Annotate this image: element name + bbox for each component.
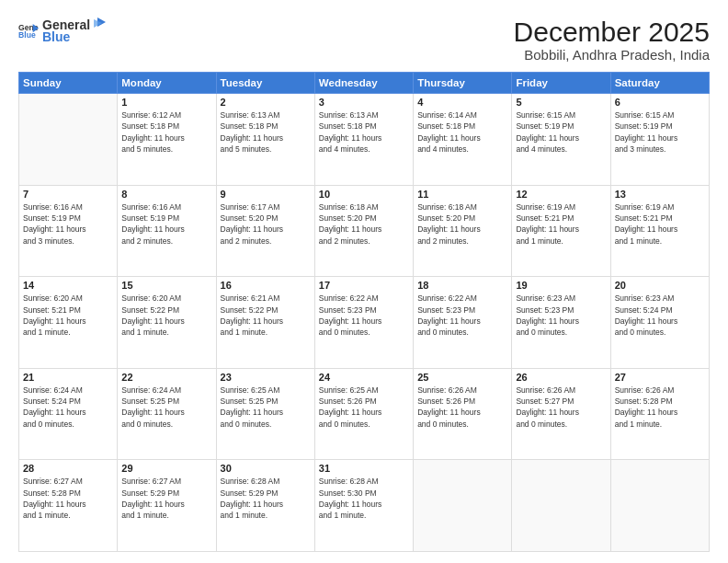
col-friday: Friday <box>512 73 610 94</box>
table-row: 2Sunrise: 6:13 AM Sunset: 5:18 PM Daylig… <box>216 94 314 186</box>
day-number: 22 <box>121 372 211 383</box>
day-number: 20 <box>615 280 705 291</box>
table-row: 20Sunrise: 6:23 AM Sunset: 5:24 PM Dayli… <box>610 277 709 369</box>
location-title: Bobbili, Andhra Pradesh, India <box>514 47 710 63</box>
month-title: December 2025 <box>514 17 710 47</box>
day-number: 3 <box>319 97 409 108</box>
day-number: 10 <box>319 189 409 200</box>
day-info: Sunrise: 6:26 AM Sunset: 5:27 PM Dayligh… <box>516 385 606 430</box>
day-info: Sunrise: 6:19 AM Sunset: 5:21 PM Dayligh… <box>516 201 606 247</box>
table-row: 8Sunrise: 6:16 AM Sunset: 5:19 PM Daylig… <box>118 185 216 277</box>
day-number: 16 <box>221 280 311 291</box>
day-info: Sunrise: 6:18 AM Sunset: 5:20 PM Dayligh… <box>319 201 409 247</box>
day-number: 19 <box>516 280 606 291</box>
day-number: 30 <box>221 463 311 474</box>
table-row: 16Sunrise: 6:21 AM Sunset: 5:22 PM Dayli… <box>216 277 314 369</box>
day-number: 27 <box>615 372 705 383</box>
col-tuesday: Tuesday <box>216 73 314 94</box>
day-info: Sunrise: 6:14 AM Sunset: 5:18 PM Dayligh… <box>417 109 507 155</box>
week-row-3: 14Sunrise: 6:20 AM Sunset: 5:21 PM Dayli… <box>19 277 710 369</box>
day-number: 13 <box>615 189 705 200</box>
calendar-table: Sunday Monday Tuesday Wednesday Thursday… <box>18 72 710 552</box>
day-number: 31 <box>319 463 409 474</box>
day-info: Sunrise: 6:20 AM Sunset: 5:21 PM Dayligh… <box>23 293 113 338</box>
logo-icon: General Blue <box>18 22 39 39</box>
day-number: 29 <box>121 463 211 474</box>
table-row: 30Sunrise: 6:28 AM Sunset: 5:29 PM Dayli… <box>216 460 314 552</box>
table-row <box>512 460 610 552</box>
table-row: 18Sunrise: 6:22 AM Sunset: 5:23 PM Dayli… <box>414 277 512 369</box>
day-number: 1 <box>121 97 211 108</box>
day-info: Sunrise: 6:17 AM Sunset: 5:20 PM Dayligh… <box>221 201 311 247</box>
day-info: Sunrise: 6:22 AM Sunset: 5:23 PM Dayligh… <box>319 293 409 338</box>
day-number: 23 <box>221 372 311 383</box>
table-row: 13Sunrise: 6:19 AM Sunset: 5:21 PM Dayli… <box>610 185 709 277</box>
day-info: Sunrise: 6:27 AM Sunset: 5:29 PM Dayligh… <box>121 476 211 521</box>
table-row: 12Sunrise: 6:19 AM Sunset: 5:21 PM Dayli… <box>512 185 610 277</box>
day-info: Sunrise: 6:18 AM Sunset: 5:20 PM Dayligh… <box>417 201 507 247</box>
day-info: Sunrise: 6:15 AM Sunset: 5:19 PM Dayligh… <box>516 109 606 155</box>
day-number: 4 <box>417 97 507 108</box>
table-row <box>414 460 512 552</box>
day-info: Sunrise: 6:16 AM Sunset: 5:19 PM Dayligh… <box>121 201 211 247</box>
day-info: Sunrise: 6:25 AM Sunset: 5:25 PM Dayligh… <box>221 385 311 430</box>
table-row: 3Sunrise: 6:13 AM Sunset: 5:18 PM Daylig… <box>314 94 413 186</box>
table-row: 27Sunrise: 6:26 AM Sunset: 5:28 PM Dayli… <box>610 368 709 460</box>
day-info: Sunrise: 6:12 AM Sunset: 5:18 PM Dayligh… <box>121 109 211 155</box>
day-info: Sunrise: 6:19 AM Sunset: 5:21 PM Dayligh… <box>615 201 705 247</box>
day-info: Sunrise: 6:15 AM Sunset: 5:19 PM Dayligh… <box>615 109 705 155</box>
col-sunday: Sunday <box>19 73 118 94</box>
day-info: Sunrise: 6:24 AM Sunset: 5:25 PM Dayligh… <box>121 385 211 430</box>
table-row: 5Sunrise: 6:15 AM Sunset: 5:19 PM Daylig… <box>512 94 610 186</box>
week-row-5: 28Sunrise: 6:27 AM Sunset: 5:28 PM Dayli… <box>19 460 710 552</box>
day-number: 28 <box>23 463 113 474</box>
day-number: 14 <box>23 280 113 291</box>
day-number: 12 <box>516 189 606 200</box>
day-info: Sunrise: 6:25 AM Sunset: 5:26 PM Dayligh… <box>319 385 409 430</box>
table-row: 1Sunrise: 6:12 AM Sunset: 5:18 PM Daylig… <box>118 94 216 186</box>
day-number: 15 <box>121 280 211 291</box>
day-info: Sunrise: 6:23 AM Sunset: 5:24 PM Dayligh… <box>615 293 705 338</box>
col-saturday: Saturday <box>610 73 709 94</box>
table-row <box>19 94 118 186</box>
table-row: 15Sunrise: 6:20 AM Sunset: 5:22 PM Dayli… <box>118 277 216 369</box>
week-row-4: 21Sunrise: 6:24 AM Sunset: 5:24 PM Dayli… <box>19 368 710 460</box>
table-row: 7Sunrise: 6:16 AM Sunset: 5:19 PM Daylig… <box>19 185 118 277</box>
day-number: 24 <box>319 372 409 383</box>
table-row: 6Sunrise: 6:15 AM Sunset: 5:19 PM Daylig… <box>610 94 709 186</box>
day-number: 11 <box>417 189 507 200</box>
calendar-header-row: Sunday Monday Tuesday Wednesday Thursday… <box>19 73 710 94</box>
table-row: 21Sunrise: 6:24 AM Sunset: 5:24 PM Dayli… <box>19 368 118 460</box>
logo: General Blue General Blue <box>18 17 107 44</box>
table-row: 31Sunrise: 6:28 AM Sunset: 5:30 PM Dayli… <box>314 460 413 552</box>
day-info: Sunrise: 6:28 AM Sunset: 5:29 PM Dayligh… <box>221 476 311 521</box>
logo-wordmark: General Blue <box>42 17 107 44</box>
table-row: 25Sunrise: 6:26 AM Sunset: 5:26 PM Dayli… <box>414 368 512 460</box>
logo-bird-icon <box>90 17 107 29</box>
day-number: 25 <box>417 372 507 383</box>
day-info: Sunrise: 6:27 AM Sunset: 5:28 PM Dayligh… <box>23 476 113 521</box>
table-row: 22Sunrise: 6:24 AM Sunset: 5:25 PM Dayli… <box>118 368 216 460</box>
table-row: 17Sunrise: 6:22 AM Sunset: 5:23 PM Dayli… <box>314 277 413 369</box>
day-info: Sunrise: 6:26 AM Sunset: 5:28 PM Dayligh… <box>615 385 705 430</box>
day-info: Sunrise: 6:20 AM Sunset: 5:22 PM Dayligh… <box>121 293 211 338</box>
day-number: 5 <box>516 97 606 108</box>
day-number: 8 <box>121 189 211 200</box>
day-number: 2 <box>221 97 311 108</box>
table-row: 26Sunrise: 6:26 AM Sunset: 5:27 PM Dayli… <box>512 368 610 460</box>
day-number: 21 <box>23 372 113 383</box>
day-number: 7 <box>23 189 113 200</box>
day-info: Sunrise: 6:28 AM Sunset: 5:30 PM Dayligh… <box>319 476 409 521</box>
day-info: Sunrise: 6:22 AM Sunset: 5:23 PM Dayligh… <box>417 293 507 338</box>
table-row: 11Sunrise: 6:18 AM Sunset: 5:20 PM Dayli… <box>414 185 512 277</box>
day-info: Sunrise: 6:13 AM Sunset: 5:18 PM Dayligh… <box>319 109 409 155</box>
table-row: 10Sunrise: 6:18 AM Sunset: 5:20 PM Dayli… <box>314 185 413 277</box>
col-wednesday: Wednesday <box>314 73 413 94</box>
day-info: Sunrise: 6:16 AM Sunset: 5:19 PM Dayligh… <box>23 201 113 247</box>
table-row: 24Sunrise: 6:25 AM Sunset: 5:26 PM Dayli… <box>314 368 413 460</box>
day-info: Sunrise: 6:23 AM Sunset: 5:23 PM Dayligh… <box>516 293 606 338</box>
header: General Blue General Blue December 2025 … <box>18 17 710 63</box>
title-block: December 2025 Bobbili, Andhra Pradesh, I… <box>514 17 710 63</box>
table-row: 28Sunrise: 6:27 AM Sunset: 5:28 PM Dayli… <box>19 460 118 552</box>
day-info: Sunrise: 6:24 AM Sunset: 5:24 PM Dayligh… <box>23 385 113 430</box>
